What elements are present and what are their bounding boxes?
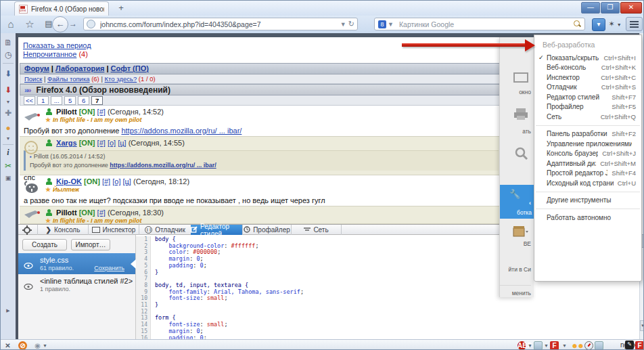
url-dropdown-icon[interactable]: ▼ <box>340 21 346 28</box>
breadcrumb-forum-link[interactable]: Форум <box>24 64 49 72</box>
download-arrow-icon[interactable]: ⬇ <box>3 68 14 79</box>
menu-item[interactable]: Панель разработкиShift+F2 <box>534 129 641 139</box>
download-cancel-icon[interactable]: ⬇ <box>3 85 14 95</box>
search-engine-dropdown-icon[interactable]: ▼ <box>388 21 394 28</box>
search-input[interactable] <box>398 20 574 29</box>
browser-tab[interactable]: Firefox 4.0 (Обзор нововведени... <box>14 1 109 16</box>
breadcrumb-soft-link[interactable]: Софт (ПО) <box>111 64 149 72</box>
create-stylesheet-button[interactable]: Создать <box>22 239 67 250</box>
print-icon[interactable] <box>513 108 528 123</box>
page-5[interactable]: 5 <box>64 96 76 105</box>
menu-item[interactable]: Работать автономно <box>534 213 641 223</box>
topic-files-link[interactable]: Файлы топика <box>47 75 89 83</box>
forward-button[interactable]: → <box>69 19 77 28</box>
new-window-icon[interactable] <box>513 71 528 86</box>
post-anchor-link[interactable]: [#] <box>97 108 106 116</box>
tab-profiler[interactable]: Профайлер <box>242 225 291 235</box>
post-quote-link[interactable]: [ц] <box>123 177 131 185</box>
css-code[interactable]: body { background-color: #ffffff; color:… <box>155 236 304 341</box>
menu-item[interactable]: Исходный код страницыCtrl+U <box>534 178 641 188</box>
load-gauge-icon[interactable] <box>584 341 593 350</box>
screenshot-icon[interactable] <box>595 341 603 350</box>
pencil-tool-icon[interactable]: ✎ <box>625 341 634 349</box>
stylesheet-item[interactable]: <inline таблица стилей #2> 1 правило. <box>18 274 135 294</box>
post-author-link[interactable]: Kip-OK <box>56 177 82 185</box>
puzzle-addon-icon[interactable]: ✚ <box>3 108 14 118</box>
stylesheet-item-selected[interactable]: style.css 61 правило. Сохранить <box>18 253 135 274</box>
window-capture-icon[interactable]: ▣ <box>3 173 14 183</box>
menu-item[interactable]: Редактор стилейShift+F7 <box>534 92 641 102</box>
tab-style-editor[interactable]: Редактор стилей <box>191 225 242 235</box>
blocker-icon[interactable]: ⊘ <box>18 341 27 350</box>
adblock-icon[interactable]: ABP <box>518 341 526 350</box>
proxy-globe-icon[interactable]: ◉ <box>33 341 42 350</box>
bookmark-star-icon[interactable]: ☆ <box>22 18 37 30</box>
tab-console[interactable]: ❯ Консоль <box>37 225 88 235</box>
close-button[interactable]: ✕ <box>620 2 642 14</box>
search-bar[interactable]: 8 ▼ <box>374 18 585 30</box>
back-button[interactable]: ← <box>52 16 68 32</box>
menu-item[interactable]: ИнспекторCtrl+Shift+C <box>534 72 641 83</box>
post-author-link[interactable]: Xargs <box>56 139 77 147</box>
page-first[interactable]: << <box>24 96 35 105</box>
page-icon[interactable]: 🗎 <box>3 37 14 48</box>
info-icon[interactable]: i <box>3 147 14 158</box>
find-magnifier-icon[interactable] <box>515 147 528 163</box>
post-anchor-link[interactable]: [#] <box>97 139 106 147</box>
post-link[interactable]: https://addons.mozilla.org/ru/ ... ibar/ <box>121 127 242 135</box>
site-identity-icon[interactable] <box>87 20 95 28</box>
developer-tools-icon[interactable]: ✶ ▼ <box>608 18 622 30</box>
post-reply-link[interactable]: [о] <box>112 177 120 185</box>
pdf-icon[interactable]: F <box>635 341 644 350</box>
who-here-link[interactable]: Кто здесь? <box>105 75 137 83</box>
menu-item[interactable]: Управление приложениями <box>534 139 641 149</box>
url-input[interactable] <box>99 20 338 29</box>
menu-item[interactable]: Другие инструменты <box>534 196 641 206</box>
menu-item[interactable]: Консоль браузераCtrl+Shift+J <box>534 149 641 159</box>
post-reply-link[interactable]: [о] <box>108 139 116 147</box>
web-developer-panel-item[interactable]: 🔧 ‹ ботка <box>500 185 534 219</box>
menu-item[interactable]: ОтладчикCtrl+Shift+S <box>534 83 641 93</box>
statusbar-close-icon[interactable]: ✕ <box>3 341 12 350</box>
menu-item[interactable]: СетьCtrl+Shift+Q <box>534 112 641 122</box>
dropdown-small-icon[interactable]: ▼ <box>3 97 14 108</box>
devtools-settings-gear-icon[interactable] <box>22 225 32 235</box>
proxy-dropdown-icon[interactable]: ▼ <box>43 343 47 348</box>
menu-hamburger-button[interactable] <box>626 17 643 31</box>
tab-inspector[interactable]: Инспектор <box>88 225 139 235</box>
page-6[interactable]: 6 <box>78 96 89 105</box>
downloads-icon[interactable]: ▾ <box>592 18 605 31</box>
sidebar-expand-icon[interactable]: ▶ <box>3 305 14 316</box>
home-icon[interactable]: ⌂ <box>3 18 18 30</box>
adblock-dropdown-icon[interactable]: ▼ <box>528 343 532 348</box>
show-period-link[interactable]: Показать за период <box>23 41 91 49</box>
post-anchor-link[interactable]: [#] <box>97 209 106 217</box>
page-1[interactable]: 1 <box>37 96 49 105</box>
post-anchor-link[interactable]: [#] <box>102 177 110 185</box>
post-quote-link[interactable]: [ц] <box>118 139 126 147</box>
tab-debugger[interactable]: ❙❙ Отладчик <box>139 225 191 235</box>
history-clock-icon[interactable]: ◷ <box>3 49 14 60</box>
scissors-icon[interactable]: ✂ <box>3 160 14 171</box>
unread-link[interactable]: Непрочитанное <box>23 50 76 58</box>
menu-item[interactable]: Адаптивный дизайнCtrl+Shift+M <box>534 158 641 169</box>
minimize-button[interactable]: — <box>581 2 600 14</box>
reload-icon[interactable]: ↻ <box>348 20 354 28</box>
save-page-icon[interactable] <box>512 224 528 240</box>
flashblock-icon[interactable]: F <box>550 341 559 350</box>
flash-dropdown-icon[interactable]: ▼ <box>562 343 567 348</box>
url-bar[interactable]: ▼ ↻ <box>83 18 358 30</box>
visibility-eye-icon[interactable] <box>24 259 33 265</box>
image-dropdown-icon[interactable]: ▼ <box>544 343 549 348</box>
lamp-icon[interactable]: ● <box>3 123 14 133</box>
save-link[interactable]: Сохранить <box>94 265 124 271</box>
restore-button[interactable]: ❐ <box>601 2 620 14</box>
breadcrumb-lab-link[interactable]: Лаборатория <box>55 64 104 72</box>
menu-item[interactable]: ✓Показать/скрыть инстру…Ctrl+Shift+I <box>534 53 641 63</box>
search-topic-link[interactable]: Поиск <box>24 75 42 83</box>
new-tab-button[interactable]: + <box>113 3 129 14</box>
menu-item[interactable]: Простой редактор JavaScriptShift+F4 <box>534 169 641 179</box>
import-stylesheet-button[interactable]: Импорт… <box>71 239 110 250</box>
menu-item[interactable]: ПрофайлерShift+F5 <box>534 102 641 112</box>
image-toggle-icon[interactable] <box>534 341 543 350</box>
